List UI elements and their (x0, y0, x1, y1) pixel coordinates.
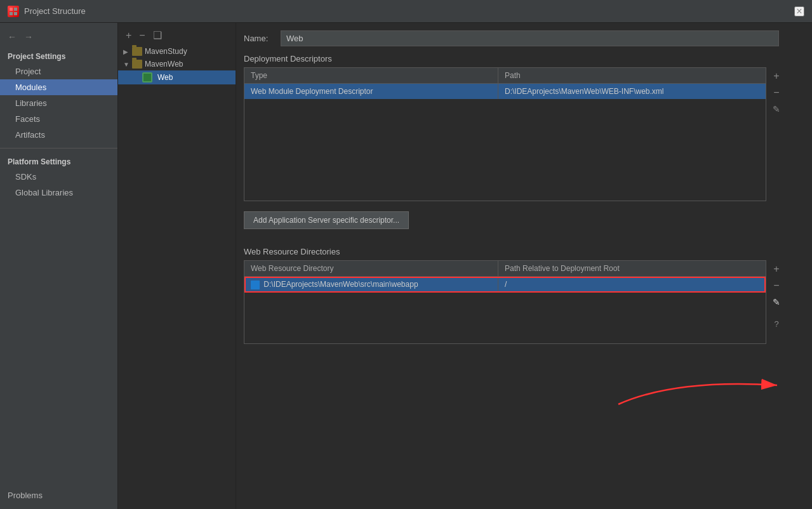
project-settings-header: Project Settings (0, 48, 117, 63)
dd-path-cell: D:\IDEAprojects\MavenWeb\WEB-INF\web.xml (498, 84, 766, 99)
wrd-table-wrapper: Web Resource Directory Path Relative to … (244, 260, 787, 344)
sidebar-item-problems[interactable]: Problems (0, 487, 117, 504)
wrd-relpath-cell: / (498, 277, 766, 293)
web-resource-directories-section: Web Resource Directories Web Resource Di… (244, 247, 787, 501)
name-input[interactable] (281, 30, 779, 46)
wrd-edit-button[interactable]: ✎ (769, 294, 784, 310)
title-bar-left: Project Structure (8, 6, 86, 17)
web-facet-icon (142, 72, 152, 83)
svg-rect-1 (14, 8, 17, 11)
sidebar-item-project[interactable]: Project (0, 63, 117, 79)
dd-add-button[interactable]: + (769, 69, 784, 84)
forward-button[interactable]: → (22, 30, 36, 43)
wrd-table-row[interactable]: D:\IDEAprojects\MavenWeb\src\main\webapp… (244, 277, 766, 293)
dd-table-header: Type Path (244, 68, 766, 84)
dd-side-actions: + − ✎ (766, 67, 787, 201)
tree-item-mavenstudy[interactable]: ▶ MavenStudy (118, 45, 236, 58)
back-button[interactable]: ← (5, 30, 19, 43)
svg-rect-0 (10, 8, 13, 11)
name-label: Name: (244, 34, 276, 43)
tree-toolbar: + − ❑ (118, 25, 236, 45)
sidebar-item-global-libraries[interactable]: Global Libraries (0, 185, 117, 201)
remove-module-button[interactable]: − (136, 28, 147, 43)
sidebar-item-modules[interactable]: Modules (0, 79, 117, 95)
wrd-table: Web Resource Directory Path Relative to … (244, 260, 766, 344)
deployment-descriptors-section: Deployment Descriptors Type Path Web Mod… (244, 54, 787, 201)
svg-rect-2 (10, 12, 13, 15)
expand-arrow: ▶ (123, 48, 130, 55)
close-button[interactable]: × (794, 6, 804, 17)
sidebar-item-artifacts[interactable]: Artifacts (0, 127, 117, 143)
platform-settings-header: Platform Settings (0, 154, 117, 169)
right-content-panel: Name: Deployment Descriptors Type Path W… (236, 23, 812, 509)
copy-module-button[interactable]: ❑ (150, 28, 164, 43)
wrd-help-button[interactable]: ? (769, 316, 784, 331)
collapse-arrow: ▼ (123, 61, 130, 68)
wrd-remove-button[interactable]: − (769, 278, 784, 293)
folder-icon (132, 60, 142, 69)
wrd-add-button[interactable]: + (769, 261, 784, 277)
dd-remove-button[interactable]: − (769, 85, 784, 100)
tree-item-web[interactable]: Web (118, 70, 236, 84)
table-row[interactable]: Web Module Deployment Descriptor D:\IDEA… (244, 84, 766, 99)
dd-empty-area (244, 99, 766, 201)
name-row: Name: (244, 30, 787, 46)
svg-rect-3 (14, 12, 17, 15)
wrd-empty-area (244, 293, 766, 343)
wrd-directory-cell: D:\IDEAprojects\MavenWeb\src\main\webapp (244, 277, 498, 293)
dd-col-type: Type (244, 68, 498, 83)
wrd-col-relpath: Path Relative to Deployment Root (498, 261, 766, 276)
wrd-title: Web Resource Directories (244, 247, 787, 256)
sidebar-item-facets[interactable]: Facets (0, 111, 117, 127)
wrd-col-directory: Web Resource Directory (244, 261, 498, 276)
wrd-table-header: Web Resource Directory Path Relative to … (244, 261, 766, 277)
folder-icon (132, 47, 142, 56)
dd-type-cell: Web Module Deployment Descriptor (244, 84, 498, 99)
add-descriptor-container: Add Application Server specific descript… (244, 211, 787, 238)
nav-back-forward: ← → (0, 28, 117, 48)
add-module-button[interactable]: + (123, 28, 134, 43)
wrd-side-actions: + − ✎ ? (766, 260, 787, 344)
dd-col-path: Path (498, 68, 766, 83)
tree-item-mavenweb[interactable]: ▼ MavenWeb (118, 58, 236, 70)
directory-icon (251, 281, 260, 289)
dd-title: Deployment Descriptors (244, 54, 787, 63)
add-descriptor-button[interactable]: Add Application Server specific descript… (244, 211, 409, 229)
main-layout: ← → Project Settings Project Modules Lib… (0, 23, 812, 509)
sidebar-item-sdks[interactable]: SDKs (0, 169, 117, 185)
module-tree-panel: + − ❑ ▶ MavenStudy ▼ MavenWeb Web (118, 23, 236, 509)
title-bar: Project Structure × (0, 0, 812, 23)
sidebar-item-libraries[interactable]: Libraries (0, 95, 117, 111)
window-title: Project Structure (24, 6, 86, 16)
app-icon (8, 6, 19, 17)
dd-edit-button[interactable]: ✎ (769, 102, 784, 117)
sidebar-divider (0, 148, 117, 149)
dd-table: Type Path Web Module Deployment Descript… (244, 67, 766, 201)
sidebar: ← → Project Settings Project Modules Lib… (0, 23, 118, 509)
